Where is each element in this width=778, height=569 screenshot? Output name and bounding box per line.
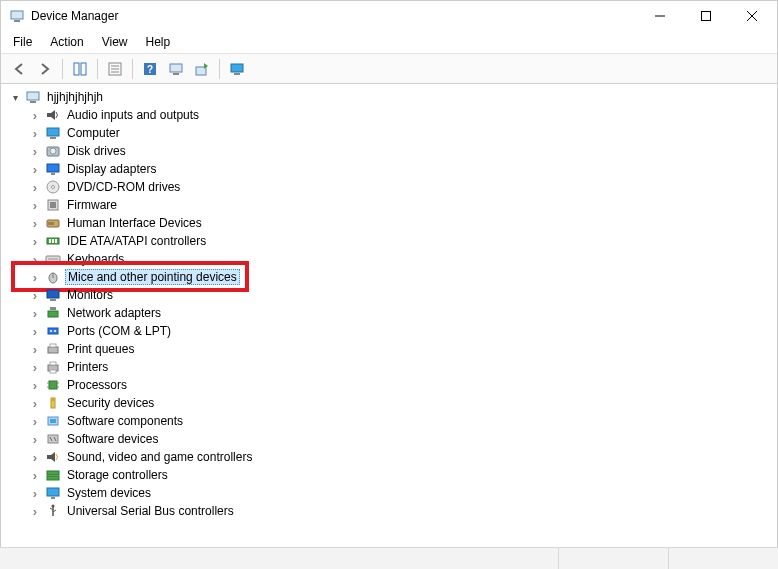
tree-item[interactable]: Universal Serial Bus controllers: [7, 502, 771, 520]
svg-rect-65: [81, 63, 86, 75]
menu-file[interactable]: File: [5, 33, 40, 51]
tree-item-label: Sound, video and game controllers: [65, 450, 254, 464]
disk-icon: [45, 143, 61, 159]
chevron-right-icon[interactable]: [29, 396, 41, 411]
usb-icon: [45, 503, 61, 519]
tree-item-label: IDE ATA/ATAPI controllers: [65, 234, 208, 248]
menu-view[interactable]: View: [94, 33, 136, 51]
computer-icon: [25, 89, 41, 105]
tree-item-label: Software devices: [65, 432, 160, 446]
device-tree[interactable]: hjjhjhjhjhjh Audio inputs and outputsCom…: [1, 84, 777, 554]
tree-item[interactable]: Security devices: [7, 394, 771, 412]
tree-item[interactable]: Mice and other pointing devices: [7, 268, 771, 286]
app-icon: [9, 8, 25, 24]
tree-item[interactable]: Printers: [7, 358, 771, 376]
toolbar-separator: [132, 59, 133, 79]
root-label: hjjhjhjhjhjh: [45, 90, 105, 104]
chevron-right-icon[interactable]: [29, 450, 41, 465]
show-hide-tree-button[interactable]: [68, 57, 92, 81]
chevron-right-icon[interactable]: [29, 432, 41, 447]
tree-item-label: Printers: [65, 360, 110, 374]
ide-icon: [45, 233, 61, 249]
tree-item-label: DVD/CD-ROM drives: [65, 180, 182, 194]
menu-bar: File Action View Help: [1, 31, 777, 54]
tree-item[interactable]: System devices: [7, 484, 771, 502]
chevron-right-icon[interactable]: [29, 360, 41, 375]
monitor-icon: [45, 287, 61, 303]
scan-hardware-button[interactable]: [164, 57, 188, 81]
chevron-right-icon[interactable]: [29, 162, 41, 177]
maximize-button[interactable]: [683, 1, 729, 31]
tree-item[interactable]: Computer: [7, 124, 771, 142]
tree-item-label: Storage controllers: [65, 468, 170, 482]
printqueue-icon: [45, 341, 61, 357]
chevron-right-icon[interactable]: [29, 144, 41, 159]
tree-item-label: Keyboards: [65, 252, 126, 266]
chevron-right-icon[interactable]: [29, 108, 41, 123]
audio-icon: [45, 107, 61, 123]
help-button[interactable]: ?: [138, 57, 162, 81]
chevron-right-icon[interactable]: [29, 468, 41, 483]
menu-action[interactable]: Action: [42, 33, 91, 51]
printer-icon: [45, 359, 61, 375]
tree-item[interactable]: Sound, video and game controllers: [7, 448, 771, 466]
chevron-right-icon[interactable]: [29, 504, 41, 519]
tree-item[interactable]: Monitors: [7, 286, 771, 304]
tree-item[interactable]: Processors: [7, 376, 771, 394]
tree-item[interactable]: Software components: [7, 412, 771, 430]
tree-item[interactable]: Firmware: [7, 196, 771, 214]
devices-printers-button[interactable]: [225, 57, 249, 81]
tree-item[interactable]: Keyboards: [7, 250, 771, 268]
chevron-right-icon[interactable]: [29, 234, 41, 249]
tree-item[interactable]: Ports (COM & LPT): [7, 322, 771, 340]
tree-item[interactable]: Human Interface Devices: [7, 214, 771, 232]
chevron-right-icon[interactable]: [29, 126, 41, 141]
back-button[interactable]: [7, 57, 31, 81]
tree-item[interactable]: Software devices: [7, 430, 771, 448]
chevron-right-icon[interactable]: [29, 324, 41, 339]
svg-rect-76: [234, 73, 240, 75]
chevron-right-icon[interactable]: [29, 270, 41, 285]
tree-item[interactable]: Audio inputs and outputs: [7, 106, 771, 124]
tree-item[interactable]: Display adapters: [7, 160, 771, 178]
tree-item-label: Monitors: [65, 288, 115, 302]
tree-item-label: System devices: [65, 486, 153, 500]
computer-icon: [45, 125, 61, 141]
chevron-right-icon[interactable]: [29, 486, 41, 501]
security-icon: [45, 395, 61, 411]
tree-item[interactable]: Network adapters: [7, 304, 771, 322]
system-icon: [45, 485, 61, 501]
tree-item-label: Processors: [65, 378, 129, 392]
tree-item-label: Disk drives: [65, 144, 128, 158]
keyboard-icon: [45, 251, 61, 267]
tree-item-label: Universal Serial Bus controllers: [65, 504, 236, 518]
chevron-right-icon[interactable]: [29, 378, 41, 393]
forward-button[interactable]: [33, 57, 57, 81]
tree-item[interactable]: Print queues: [7, 340, 771, 358]
tree-item[interactable]: Storage controllers: [7, 466, 771, 484]
cpu-icon: [45, 377, 61, 393]
svg-rect-73: [173, 73, 179, 75]
tree-item-label: Display adapters: [65, 162, 158, 176]
chevron-right-icon[interactable]: [29, 252, 41, 267]
tree-item[interactable]: DVD/CD-ROM drives: [7, 178, 771, 196]
chevron-right-icon[interactable]: [29, 288, 41, 303]
update-driver-button[interactable]: [190, 57, 214, 81]
svg-rect-72: [170, 64, 182, 72]
chevron-right-icon[interactable]: [29, 216, 41, 231]
chevron-down-icon[interactable]: [9, 92, 21, 103]
chevron-right-icon[interactable]: [29, 198, 41, 213]
minimize-button[interactable]: [637, 1, 683, 31]
menu-help[interactable]: Help: [138, 33, 179, 51]
chevron-right-icon[interactable]: [29, 342, 41, 357]
chevron-right-icon[interactable]: [29, 306, 41, 321]
close-button[interactable]: [729, 1, 775, 31]
properties-button[interactable]: [103, 57, 127, 81]
tree-item[interactable]: IDE ATA/ATAPI controllers: [7, 232, 771, 250]
tree-root[interactable]: hjjhjhjhjhjh: [7, 88, 771, 106]
ports-icon: [45, 323, 61, 339]
chevron-right-icon[interactable]: [29, 180, 41, 195]
tree-item[interactable]: Disk drives: [7, 142, 771, 160]
swdev-icon: [45, 431, 61, 447]
chevron-right-icon[interactable]: [29, 414, 41, 429]
